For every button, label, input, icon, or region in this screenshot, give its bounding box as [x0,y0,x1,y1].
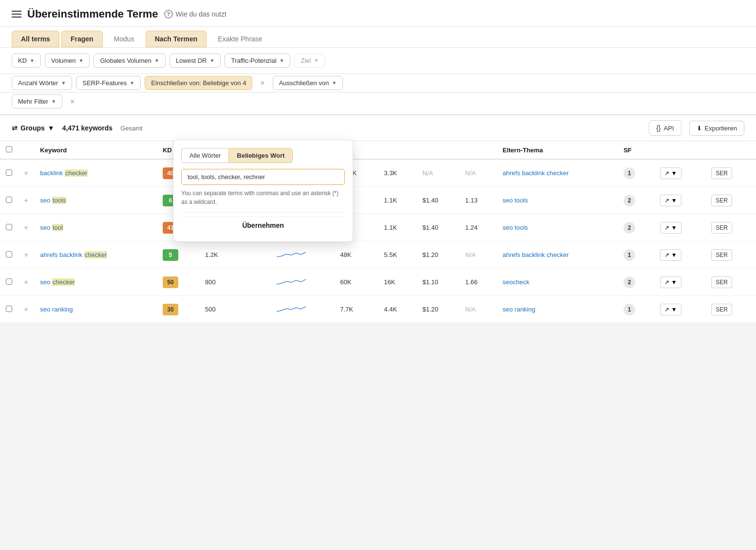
parent-theme-link[interactable]: seo tools [503,224,528,231]
menu-icon[interactable] [12,11,21,18]
parent-theme-link[interactable]: seo ranking [503,306,535,313]
dropdown-tab-any-word[interactable]: Beliebiges Wort [228,148,293,163]
row-checkbox[interactable] [6,197,12,203]
keyword-link[interactable]: backlink checker [40,169,88,177]
col4-cell: 1.13 [459,187,497,214]
help-link[interactable]: ? Wie du das nutzt [164,10,227,18]
row-checkbox[interactable] [6,224,12,230]
add-keyword-button[interactable]: + [24,169,28,178]
add-keyword-button[interactable]: + [24,196,28,205]
filter-row3-clear[interactable]: × [66,94,78,109]
keyword-link[interactable]: seo checker [40,278,75,286]
sf-col-header[interactable]: SF [618,141,654,159]
dropdown-input[interactable] [181,169,345,185]
parent-theme-link[interactable]: ahrefs backlink checker [503,169,569,177]
trend-icon: ↗ [664,252,669,258]
help-icon: ? [164,10,173,18]
trend-cell: ↗ ▼ [654,269,706,296]
trend-col-header [654,141,706,159]
serp-button[interactable]: SER [711,167,732,179]
serp-button[interactable]: SER [711,276,732,288]
filter-serp-features[interactable]: SERP-Features ▼ [76,76,141,90]
groups-icon: ⇄ [12,124,18,132]
row-checkbox[interactable] [6,169,12,176]
filter-volumen[interactable]: Volumen ▼ [45,54,90,68]
trend-button[interactable]: ↗ ▼ [660,167,681,179]
chevron-down-icon: ▼ [61,80,66,86]
filter-lowest-dr[interactable]: Lowest DR ▼ [170,54,221,68]
keyword-cell: seo checker [34,269,157,296]
dropdown-apply-button[interactable]: Übernehmen [181,217,345,234]
serp-button[interactable]: SER [711,304,732,315]
parent-theme-link[interactable]: ahrefs backlink checker [503,251,569,258]
tab-modus[interactable]: Modus [105,31,144,47]
filter-kd[interactable]: KD ▼ [12,54,41,68]
kd-cell: 30 [157,296,199,323]
filter-globales-volumen[interactable]: Globales Volumen ▼ [94,54,165,68]
kd-badge: 50 [163,276,178,288]
filters-row2: Anzahl Wörter ▼ SERP-Features ▼ Einschli… [0,74,756,92]
sf-cell: 2 [618,269,654,296]
trend-button[interactable]: ↗ ▼ [660,249,681,261]
api-icon: {} [656,124,661,132]
col3-cell: N/A [416,159,459,187]
chart-cell [271,296,335,323]
keyword-link[interactable]: seo ranking [40,306,73,313]
trend-button[interactable]: ↗ ▼ [660,195,681,206]
add-keyword-button[interactable]: + [24,251,28,259]
keyword-col-header[interactable]: Keyword [34,141,157,159]
chevron-down-icon: ▼ [671,252,677,258]
keyword-link[interactable]: seo tool [40,224,63,231]
trend-icon: ↗ [664,279,669,286]
row-checkbox[interactable] [6,251,12,257]
filter-traffic-potenzial[interactable]: Traffic-Potenzial ▼ [225,54,290,68]
col2-header [378,141,416,159]
dropdown-tab-all-words[interactable]: Alle Wörter [181,148,228,163]
trend-button[interactable]: ↗ ▼ [660,276,681,288]
tab-all-terms[interactable]: All terms [12,31,59,47]
export-button[interactable]: ⬇ Exportieren [689,121,744,136]
serp-button[interactable]: SER [711,222,732,234]
eltern-thema-col-header[interactable]: Eltern-Thema [497,141,618,159]
col2-cell: 1.1K [378,187,416,214]
serp-cell: SER [705,296,756,323]
serp-button[interactable]: SER [711,249,732,261]
add-keyword-button[interactable]: + [24,305,28,314]
filter-ziel[interactable]: Ziel ▼ [294,54,325,68]
keyword-highlight: checker [84,251,108,258]
select-all-header[interactable] [0,141,18,159]
keyword-link[interactable]: ahrefs backlink checker [40,251,107,258]
trend-button[interactable]: ↗ ▼ [660,304,681,315]
parent-theme-cell: ahrefs backlink checker [497,241,618,269]
chevron-down-icon: ▼ [51,99,56,104]
col3-cell: $1.10 [416,269,459,296]
add-col-header [18,141,34,159]
add-keyword-button[interactable]: + [24,278,28,287]
filter-einschliessen[interactable]: Einschließen von: Beliebige von 4 [145,76,252,90]
filter-anzahl-woerter[interactable]: Anzahl Wörter ▼ [12,76,72,90]
sf-cell: 2 [618,187,654,214]
filter-ausschliessen[interactable]: Ausschließen von ▼ [273,76,343,90]
parent-theme-link[interactable]: seo tools [503,197,528,204]
sf-cell: 1 [618,296,654,323]
sf-badge: 1 [624,167,635,179]
parent-theme-link[interactable]: seocheck [503,278,529,286]
sf-badge: 2 [624,195,635,206]
keyword-link[interactable]: seo tools [40,197,66,204]
select-all-checkbox[interactable] [6,146,12,152]
serp-button[interactable]: SER [711,195,732,206]
filter-einschliessen-clear[interactable]: × [256,76,268,90]
groups-button[interactable]: ⇄ Groups ▼ [12,124,55,132]
sf-cell: 1 [618,241,654,269]
trend-button[interactable]: ↗ ▼ [660,222,681,234]
filter-mehr-filter[interactable]: Mehr Filter ▼ [12,94,62,109]
tab-exakte-phrase[interactable]: Exakte Phrase [208,31,271,47]
row-checkbox[interactable] [6,306,12,312]
api-button[interactable]: {} API [649,120,681,136]
tab-nach-termen[interactable]: Nach Termen [146,31,207,47]
add-keyword-button[interactable]: + [24,223,28,232]
data-table-wrapper: Keyword KD Volumen ▼ Eltern-Thema SF [0,141,756,323]
tab-fragen[interactable]: Fragen [61,31,103,47]
row-checkbox[interactable] [6,278,12,285]
keyword-highlight: checker [65,169,88,177]
